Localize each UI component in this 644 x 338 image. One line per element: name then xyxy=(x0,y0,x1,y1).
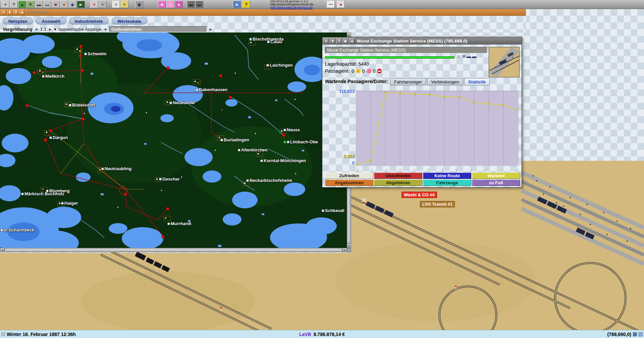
station-view-thumbnail[interactable] xyxy=(489,47,520,77)
layer-prev-arrow[interactable]: ◄ xyxy=(103,27,107,31)
station-tool[interactable]: ◆ xyxy=(68,1,76,8)
y-axis-current-label: 5.552 xyxy=(323,154,355,159)
map-layer-dropdown[interactable]: Geländehöhen xyxy=(109,26,207,32)
shade-button[interactable]: ▼ xyxy=(330,38,335,44)
legend-toggle-button[interactable]: zu Fuß xyxy=(472,180,520,186)
note-tool[interactable]: ≡ xyxy=(120,1,128,8)
city-marker-icon xyxy=(50,137,52,139)
shade-button[interactable]: ▼ xyxy=(7,10,12,15)
legend-toggle-button[interactable]: Zufrieden xyxy=(325,173,373,179)
help-tool[interactable]: ? xyxy=(242,1,250,8)
legend-toggle-button[interactable]: Abgefahren xyxy=(374,180,422,186)
legend-toggle-button[interactable]: Fahrzeuge xyxy=(423,180,471,186)
pink-tool[interactable]: ● xyxy=(175,1,183,8)
copy-tool[interactable]: ≡ xyxy=(112,1,120,8)
fairy-tool[interactable]: ☆ xyxy=(166,1,174,8)
legend-toggle-button[interactable]: Unzufrieden xyxy=(374,173,422,179)
map-horizontal-scrollbar[interactable]: ◄ ► xyxy=(0,248,347,252)
map-window-title: Reliefkarte xyxy=(27,10,49,15)
station-window-titlebar[interactable]: × ▼ ? ◉ ◄ Murat Exchange Station Service… xyxy=(322,37,522,45)
scroll-down-arrow[interactable]: ▼ xyxy=(347,244,351,248)
city-marker-icon xyxy=(85,53,87,55)
city-label: Neubukow xyxy=(170,100,195,105)
chat-log-icon[interactable] xyxy=(633,332,637,336)
scroll-left-arrow[interactable]: ◄ xyxy=(0,248,4,252)
city-label: Laichingen xyxy=(267,63,293,68)
isometric-toggle[interactable]: ● xyxy=(54,27,56,31)
legend-toggle-button[interactable]: Angekommen xyxy=(325,180,373,186)
pakset-info: Info:PAK128.german V 2.2 http://www.simu… xyxy=(270,0,313,9)
station-thumbnail-graphic xyxy=(489,47,519,77)
map-window-buttons: × ▼ ? ◄ xyxy=(1,10,24,15)
city-label: Limbach-Obe xyxy=(287,139,318,144)
layer-next-arrow[interactable]: ► xyxy=(209,27,213,31)
scroll-right-arrow[interactable]: ► xyxy=(342,248,347,252)
pakset-url-link[interactable]: http://www.pak128-german.de xyxy=(270,6,313,9)
city-label: Neutraubling xyxy=(102,166,131,171)
scroll-up-arrow[interactable]: ▲ xyxy=(347,32,351,37)
schedule-flag-tool[interactable]: ► xyxy=(77,1,85,8)
zoom-in-arrow[interactable]: ► xyxy=(48,27,52,31)
city-label: Babenhausen xyxy=(196,87,227,92)
remove-tool[interactable]: × xyxy=(90,1,98,8)
map-mode-button[interactable]: Auswahl xyxy=(36,18,66,24)
company-name: LaVB xyxy=(299,332,311,337)
legend-toggle-button[interactable]: Keine Route xyxy=(423,173,471,179)
camera-tool[interactable]: ◉ xyxy=(135,1,143,8)
raise-land-tool[interactable]: ▲ xyxy=(18,1,26,8)
help-button[interactable]: ? xyxy=(13,10,18,15)
map-mode-button[interactable]: Werteskala xyxy=(112,18,147,24)
passengers-label: Passagiere: xyxy=(325,68,350,74)
close-button[interactable]: × xyxy=(1,10,6,15)
denied-count: 0 xyxy=(373,68,376,74)
city-marker-icon xyxy=(267,41,269,43)
back-button[interactable]: ◄ xyxy=(19,10,24,15)
magic-tool[interactable]: ★ xyxy=(158,1,166,8)
query-tool[interactable]: ? xyxy=(10,1,18,8)
x-axis-tick-label: 2 xyxy=(384,167,386,172)
chat-icon[interactable]: ⋯ xyxy=(327,1,335,8)
x-axis-tick-label: 0 xyxy=(356,167,358,172)
tab-statistics[interactable]: Statistik xyxy=(464,78,490,85)
legend-toggle-button[interactable]: Wartend xyxy=(472,173,520,179)
map-mode-button[interactable]: Industrieliste xyxy=(69,18,109,24)
goto-button[interactable]: ◉ xyxy=(342,38,348,44)
x-axis-tick-label: 11 xyxy=(514,167,518,172)
signal-tool[interactable]: ● xyxy=(60,1,68,8)
close-button[interactable]: × xyxy=(323,38,329,44)
zoom-out-arrow[interactable]: ◄ xyxy=(35,27,38,31)
city-label: lz-Scharmbeck xyxy=(1,227,35,232)
chart-line-graphic xyxy=(356,91,518,166)
road-tool[interactable]: ▬ xyxy=(43,1,51,8)
tab-connections[interactable]: Verbindungen xyxy=(427,78,463,85)
drink-icon[interactable]: ● xyxy=(337,1,345,8)
tab-departures[interactable]: Fahrtanzeiger xyxy=(390,78,426,85)
map-window-titlebar[interactable]: × ▼ ? ◄ Reliefkarte xyxy=(0,9,526,16)
relief-map-canvas[interactable]: Bischofswerda Calau Schwelm Laichingen xyxy=(0,32,347,248)
station-name-input[interactable]: Murat Exchange Station Service (MESS) xyxy=(325,47,487,53)
city-label: Neckarbischofsheim xyxy=(247,178,292,183)
tab-waiting-goods[interactable]: Wartende Passagiere/Güter: xyxy=(325,79,388,85)
help-button[interactable]: ? xyxy=(336,38,342,44)
city-label: Murrhardt xyxy=(168,221,191,226)
x-axis-tick-label: 5 xyxy=(426,167,429,172)
map-mode-button[interactable]: Netzplan xyxy=(3,18,33,24)
zoom-in-tool[interactable]: + xyxy=(1,1,9,8)
rail-tool[interactable]: ▬ xyxy=(35,1,43,8)
junction-tool[interactable]: + xyxy=(99,1,107,8)
network-status-icon[interactable] xyxy=(639,332,643,336)
map-controls-panel: Netzplan Auswahl Industrieliste Werteska… xyxy=(0,16,526,32)
main-toolbar: + ? ▲ ▼ ▬ ▬ ■ ● ◆ ► × + ≡ ≡ ◉ ★ xyxy=(0,0,644,9)
x-axis-tick-label: 1 xyxy=(370,167,372,172)
back-button[interactable]: ◄ xyxy=(349,38,355,44)
maglev-tool[interactable]: ▬ xyxy=(195,1,203,8)
x-axis-tick-label: 3 xyxy=(398,167,400,172)
angry-count: 0 xyxy=(362,68,365,74)
monorail-tool[interactable]: ▬ xyxy=(187,1,195,8)
horizontal-scroll-thumb[interactable] xyxy=(5,248,342,252)
lower-land-tool[interactable]: ▼ xyxy=(26,1,35,8)
display-settings-tool[interactable]: ■ xyxy=(233,1,241,8)
calendar-grid-icon xyxy=(1,332,5,336)
city-marker-icon xyxy=(261,160,263,162)
wagon-tool[interactable]: ■ xyxy=(52,1,60,8)
